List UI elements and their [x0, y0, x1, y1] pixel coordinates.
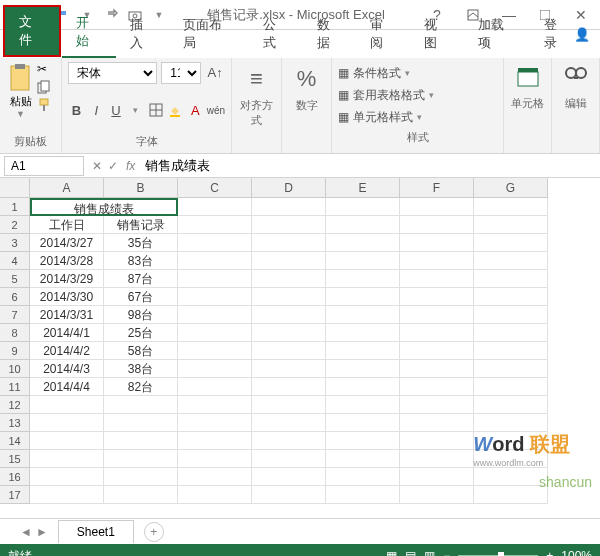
cell[interactable]	[474, 378, 548, 396]
cell[interactable]	[252, 342, 326, 360]
cell[interactable]	[400, 306, 474, 324]
cell[interactable]	[30, 414, 104, 432]
view-break-icon[interactable]: ▥	[424, 549, 435, 556]
row-header[interactable]: 14	[0, 432, 30, 450]
cell[interactable]	[252, 306, 326, 324]
view-normal-icon[interactable]: ▦	[386, 549, 397, 556]
cell[interactable]	[326, 396, 400, 414]
tab-data[interactable]: 数据	[303, 10, 357, 58]
paste-button[interactable]: 粘贴 ▼	[6, 62, 35, 132]
column-header[interactable]: D	[252, 178, 326, 198]
cell[interactable]	[474, 324, 548, 342]
cell[interactable]	[326, 432, 400, 450]
cell[interactable]	[326, 198, 400, 216]
cell[interactable]	[400, 216, 474, 234]
fx-icon[interactable]: fx	[126, 159, 135, 173]
find-icon[interactable]	[564, 66, 588, 90]
select-all-corner[interactable]	[0, 178, 30, 198]
cell[interactable]: 2014/3/30	[30, 288, 104, 306]
cell[interactable]: 98台	[104, 306, 178, 324]
zoom-out-icon[interactable]: −	[443, 549, 450, 556]
cell[interactable]	[326, 450, 400, 468]
cell[interactable]	[474, 288, 548, 306]
cell[interactable]	[104, 468, 178, 486]
cell[interactable]	[252, 486, 326, 504]
cell[interactable]	[474, 198, 548, 216]
sheet-prev-icon[interactable]: ◄	[20, 525, 32, 539]
cell[interactable]	[326, 414, 400, 432]
row-header[interactable]: 8	[0, 324, 30, 342]
phonetic-icon[interactable]: wén	[207, 100, 225, 120]
cell[interactable]	[326, 360, 400, 378]
fill-color-icon[interactable]	[167, 100, 184, 120]
column-header[interactable]: F	[400, 178, 474, 198]
copy-icon[interactable]	[37, 80, 55, 96]
cell[interactable]	[104, 414, 178, 432]
cell[interactable]	[400, 234, 474, 252]
cell[interactable]: 38台	[104, 360, 178, 378]
increase-font-icon[interactable]: A↑	[205, 62, 225, 82]
cell[interactable]	[178, 486, 252, 504]
cell[interactable]	[400, 378, 474, 396]
cell[interactable]	[104, 486, 178, 504]
cell[interactable]: 58台	[104, 342, 178, 360]
cell[interactable]: 35台	[104, 234, 178, 252]
cell[interactable]	[178, 234, 252, 252]
tab-view[interactable]: 视图	[410, 10, 464, 58]
cell[interactable]	[104, 432, 178, 450]
tab-home[interactable]: 开始	[62, 8, 116, 58]
cell[interactable]	[178, 216, 252, 234]
cell[interactable]	[474, 396, 548, 414]
cell[interactable]: 销售记录	[104, 216, 178, 234]
row-header[interactable]: 6	[0, 288, 30, 306]
row-header[interactable]: 15	[0, 450, 30, 468]
row-header[interactable]: 1	[0, 198, 30, 216]
cell[interactable]	[400, 270, 474, 288]
view-page-icon[interactable]: ▤	[405, 549, 416, 556]
cell[interactable]: 87台	[104, 270, 178, 288]
row-header[interactable]: 4	[0, 252, 30, 270]
alignment-icon[interactable]: ≡	[250, 66, 263, 92]
tab-layout[interactable]: 页面布局	[169, 10, 249, 58]
cell[interactable]	[326, 252, 400, 270]
tab-login[interactable]: 登录👤	[530, 10, 600, 58]
row-header[interactable]: 12	[0, 396, 30, 414]
cell[interactable]	[252, 198, 326, 216]
cell[interactable]: 25台	[104, 324, 178, 342]
row-header[interactable]: 3	[0, 234, 30, 252]
cell[interactable]	[178, 288, 252, 306]
cell[interactable]	[326, 468, 400, 486]
column-header[interactable]: B	[104, 178, 178, 198]
cell[interactable]	[474, 270, 548, 288]
cell[interactable]	[326, 378, 400, 396]
cell[interactable]: 2014/3/28	[30, 252, 104, 270]
cell[interactable]	[474, 468, 548, 486]
cut-icon[interactable]: ✂	[37, 62, 55, 78]
row-header[interactable]: 9	[0, 342, 30, 360]
cell[interactable]	[252, 288, 326, 306]
cell[interactable]	[178, 468, 252, 486]
cell[interactable]	[252, 360, 326, 378]
cell[interactable]	[30, 396, 104, 414]
tab-review[interactable]: 审阅	[356, 10, 410, 58]
cell[interactable]	[178, 324, 252, 342]
cell[interactable]	[326, 306, 400, 324]
tab-addins[interactable]: 加载项	[464, 10, 531, 58]
cell[interactable]	[178, 414, 252, 432]
row-header[interactable]: 7	[0, 306, 30, 324]
add-sheet-button[interactable]: +	[144, 522, 164, 542]
cell[interactable]	[474, 306, 548, 324]
cell[interactable]	[326, 324, 400, 342]
cell[interactable]	[252, 252, 326, 270]
cells-icon[interactable]	[516, 66, 540, 90]
cell[interactable]	[474, 252, 548, 270]
cell[interactable]: 2014/4/3	[30, 360, 104, 378]
cell[interactable]	[474, 486, 548, 504]
column-header[interactable]: G	[474, 178, 548, 198]
underline-button[interactable]: U	[108, 100, 125, 120]
font-size-select[interactable]: 11	[161, 62, 201, 84]
cell[interactable]: 2014/3/31	[30, 306, 104, 324]
cell[interactable]	[400, 360, 474, 378]
cell[interactable]	[252, 396, 326, 414]
cell[interactable]	[252, 450, 326, 468]
